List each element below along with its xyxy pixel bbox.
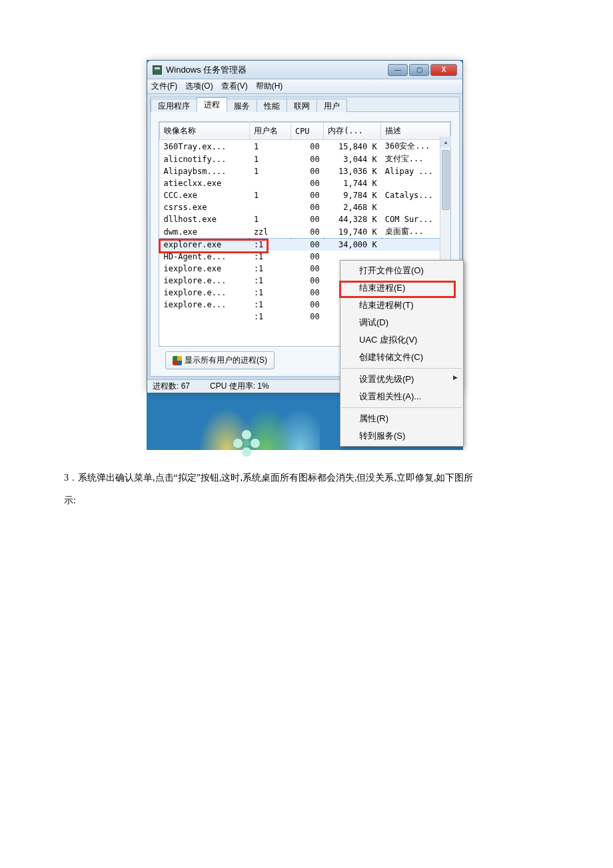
cell-name <box>160 311 250 323</box>
table-row[interactable]: CCC.exe1009,784 KCatalys... <box>160 189 450 201</box>
cell-user: 1 <box>250 189 291 201</box>
table-row[interactable]: dllhost.exe10044,328 KCOM Sur... <box>160 213 450 225</box>
status-cpu-usage: CPU 使用率: 1% <box>210 381 269 392</box>
cell-cpu: 00 <box>291 153 323 165</box>
context-menu-item[interactable]: 调试(D) <box>340 314 463 331</box>
context-menu-item[interactable]: 打开文件位置(O) <box>340 262 463 279</box>
menu-separator <box>342 368 462 369</box>
cell-user: :1 <box>250 311 291 323</box>
cell-cpu: 00 <box>291 189 323 201</box>
cell-mem: 3,044 K <box>324 153 381 165</box>
tab-processes[interactable]: 进程 <box>197 97 227 112</box>
cell-mem: 9,784 K <box>324 189 381 201</box>
cell-user <box>250 177 291 189</box>
cell-user: 1 <box>250 213 291 225</box>
context-menu-item[interactable]: 结束进程(E) <box>340 279 463 297</box>
window-title: Windows 任务管理器 <box>166 64 388 76</box>
cell-cpu: 00 <box>291 177 323 189</box>
cell-user: :1 <box>250 275 291 287</box>
cell-name: alicnotify... <box>160 153 250 165</box>
cell-name: dwm.exe <box>160 225 250 239</box>
cell-user: 1 <box>250 165 291 177</box>
table-row[interactable]: dwm.exezzl0019,740 K桌面窗... <box>160 225 450 239</box>
cell-name: CCC.exe <box>160 189 250 201</box>
context-menu-item[interactable]: 属性(R) <box>340 410 463 427</box>
menu-separator <box>342 407 462 408</box>
menubar: 文件(F) 选项(O) 查看(V) 帮助(H) <box>147 79 462 94</box>
tab-users[interactable]: 用户 <box>316 99 347 112</box>
cell-mem: 2,468 K <box>324 201 381 213</box>
tabs: 应用程序 进程 服务 性能 联网 用户 <box>151 97 459 112</box>
table-row[interactable]: alicnotify...1003,044 K支付宝... <box>160 153 450 165</box>
cell-cpu: 00 <box>291 201 323 213</box>
cell-mem: 19,740 K <box>324 225 381 239</box>
scroll-up-icon[interactable]: ▲ <box>440 137 451 147</box>
step-text-1: 系统弹出确认菜单,点击“拟定”按钮,这时,系统桌面所有图标都会消失,但没关系,立… <box>78 473 473 483</box>
context-menu-item[interactable]: UAC 虚拟化(V) <box>340 331 463 349</box>
show-all-users-button[interactable]: 显示所有用户的进程(S) <box>165 351 275 369</box>
cell-name: Alipaybsm.... <box>160 165 250 177</box>
cell-cpu: 00 <box>291 299 323 311</box>
cell-cpu: 00 <box>291 251 323 263</box>
titlebar[interactable]: Windows 任务管理器 — ▢ X <box>147 61 462 79</box>
cell-name: HD-Agent.e... <box>160 251 250 263</box>
maximize-button[interactable]: ▢ <box>409 64 429 76</box>
cell-name: atieclxx.exe <box>160 177 250 189</box>
table-row[interactable]: 360Tray.ex...10015,840 K360安全... <box>160 140 450 153</box>
cell-name: iexplore.e... <box>160 275 250 287</box>
cell-user: :1 <box>250 263 291 275</box>
cell-mem: 34,000 K <box>324 239 381 251</box>
cell-mem: 1,744 K <box>324 177 381 189</box>
status-proc-count: 进程数: 67 <box>153 381 190 392</box>
show-all-users-label: 显示所有用户的进程(S) <box>185 355 267 366</box>
context-menu-item[interactable]: 创建转储文件(C) <box>340 349 463 366</box>
cell-user: zzl <box>250 225 291 239</box>
table-row[interactable]: explorer.exe:10034,000 K <box>160 239 450 251</box>
instruction-paragraph: 3．系统弹出确认菜单,点击“拟定”按钮,这时,系统桌面所有图标都会消失,但没关系… <box>64 467 557 511</box>
table-row[interactable]: csrss.exe002,468 K <box>160 201 450 213</box>
cell-cpu: 00 <box>291 311 323 323</box>
context-menu: 打开文件位置(O)结束进程(E)结束进程树(T)调试(D)UAC 虚拟化(V)创… <box>340 260 464 447</box>
cell-user: :1 <box>250 251 291 263</box>
flower-decoration <box>233 430 260 457</box>
cell-mem: 15,840 K <box>324 140 381 153</box>
cell-name: dllhost.exe <box>160 213 250 225</box>
cell-user: 1 <box>250 140 291 153</box>
col-mem[interactable]: 内存(... <box>324 123 381 140</box>
cell-name: csrss.exe <box>160 201 250 213</box>
context-menu-item[interactable]: 结束进程树(T) <box>340 297 463 314</box>
scroll-thumb[interactable] <box>442 150 450 210</box>
cell-cpu: 00 <box>291 213 323 225</box>
context-menu-item[interactable]: 转到服务(S) <box>340 427 463 445</box>
table-row[interactable]: atieclxx.exe001,744 K <box>160 177 450 189</box>
cell-cpu: 00 <box>291 275 323 287</box>
cell-name: iexplore.e... <box>160 299 250 311</box>
tab-applications[interactable]: 应用程序 <box>151 99 197 112</box>
cell-name: 360Tray.ex... <box>160 140 250 153</box>
menu-file[interactable]: 文件(F) <box>151 81 177 92</box>
step-number: 3． <box>64 473 78 483</box>
context-menu-item[interactable]: 设置相关性(A)... <box>340 388 463 405</box>
cell-user: :1 <box>250 239 291 251</box>
tab-performance[interactable]: 性能 <box>257 99 287 112</box>
col-image-name[interactable]: 映像名称 <box>160 123 250 140</box>
menu-help[interactable]: 帮助(H) <box>256 81 283 92</box>
col-user[interactable]: 用户名 <box>250 123 291 140</box>
menu-options[interactable]: 选项(O) <box>185 81 213 92</box>
close-button[interactable]: X <box>430 64 457 76</box>
tab-services[interactable]: 服务 <box>227 99 257 112</box>
cell-user <box>250 201 291 213</box>
cell-cpu: 00 <box>291 239 323 251</box>
cell-user: :1 <box>250 299 291 311</box>
table-row[interactable]: Alipaybsm....10013,036 KAlipay ... <box>160 165 450 177</box>
col-cpu[interactable]: CPU <box>291 123 323 140</box>
menu-view[interactable]: 查看(V) <box>221 81 248 92</box>
tab-network[interactable]: 联网 <box>287 99 317 112</box>
cell-name: explorer.exe <box>160 239 250 251</box>
cell-name: iexplore.exe <box>160 263 250 275</box>
context-menu-item[interactable]: 设置优先级(P) <box>340 371 463 388</box>
uac-shield-icon <box>173 356 182 365</box>
cell-cpu: 00 <box>291 287 323 299</box>
app-icon <box>153 65 162 75</box>
minimize-button[interactable]: — <box>388 64 408 76</box>
